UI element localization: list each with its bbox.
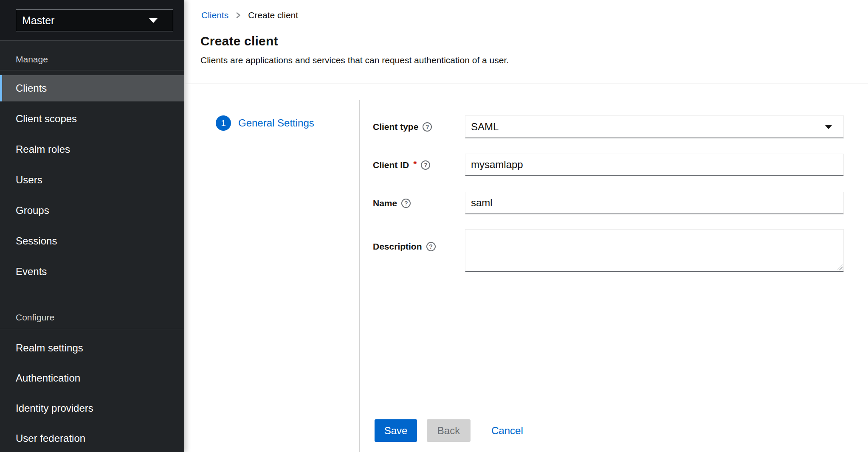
client-id-label-cell: Client ID * ? xyxy=(373,154,465,177)
wizard-step-label: General Settings xyxy=(238,117,314,129)
nav-section-title-configure: Configure xyxy=(16,312,54,323)
description-label-cell: Description ? xyxy=(373,235,465,258)
form-row-client-type: Client type ? SAML xyxy=(373,115,844,138)
save-button[interactable]: Save xyxy=(375,419,417,442)
name-input[interactable] xyxy=(465,192,844,214)
header-divider xyxy=(184,84,868,84)
wizard-panel-divider xyxy=(359,100,360,452)
client-type-selected-value: SAML xyxy=(471,121,499,133)
help-icon[interactable]: ? xyxy=(421,160,430,170)
sidebar-item-users[interactable]: Users xyxy=(0,167,184,193)
breadcrumb: Clients Create client xyxy=(201,10,298,20)
sidebar-item-authentication[interactable]: Authentication xyxy=(0,365,184,391)
page-title: Create client xyxy=(200,34,278,48)
nav-section-title-manage: Manage xyxy=(16,54,48,65)
cancel-button[interactable]: Cancel xyxy=(491,419,523,442)
nav-list-configure: Realm settings Authentication Identity p… xyxy=(0,335,184,452)
client-type-label-cell: Client type ? xyxy=(373,115,465,138)
required-indicator: * xyxy=(413,159,417,169)
wizard-step-general-settings[interactable]: 1 General Settings xyxy=(216,115,314,131)
help-icon[interactable]: ? xyxy=(401,199,411,208)
description-label: Description xyxy=(373,241,422,252)
chevron-down-icon xyxy=(149,18,158,23)
description-textarea[interactable] xyxy=(465,229,844,272)
wizard-step-number-badge: 1 xyxy=(216,115,231,131)
sidebar-item-groups[interactable]: Groups xyxy=(0,197,184,224)
nav-divider xyxy=(0,329,184,329)
client-id-label: Client ID xyxy=(373,160,409,170)
breadcrumb-current: Create client xyxy=(248,10,298,20)
name-label-cell: Name ? xyxy=(373,192,465,215)
sidebar-item-sessions[interactable]: Sessions xyxy=(0,228,184,254)
back-button[interactable]: Back xyxy=(427,419,471,442)
sidebar-item-client-scopes[interactable]: Client scopes xyxy=(0,106,184,132)
sidebar-item-realm-settings[interactable]: Realm settings xyxy=(0,335,184,361)
name-label: Name xyxy=(373,198,397,208)
sidebar-item-events[interactable]: Events xyxy=(0,258,184,285)
nav-list-manage: Clients Client scopes Realm roles Users … xyxy=(0,75,184,289)
help-icon[interactable]: ? xyxy=(426,242,436,251)
client-type-label: Client type xyxy=(373,122,418,132)
chevron-down-icon xyxy=(825,125,832,129)
client-type-select[interactable]: SAML xyxy=(465,115,844,138)
breadcrumb-separator-icon xyxy=(235,11,241,19)
client-id-input[interactable] xyxy=(465,154,844,176)
sidebar-item-realm-roles[interactable]: Realm roles xyxy=(0,136,184,163)
sidebar-item-user-federation[interactable]: User federation xyxy=(0,425,184,452)
sidebar-header: Master xyxy=(0,0,184,41)
realm-selector-dropdown[interactable]: Master xyxy=(16,9,173,31)
form-row-name: Name ? xyxy=(373,192,844,215)
form-row-description: Description ? xyxy=(373,229,844,272)
breadcrumb-link-clients[interactable]: Clients xyxy=(201,10,228,20)
sidebar: Master Manage Clients Client scopes Real… xyxy=(0,0,184,452)
sidebar-item-identity-providers[interactable]: Identity providers xyxy=(0,395,184,421)
description-textarea-wrap xyxy=(465,229,844,272)
sidebar-item-clients[interactable]: Clients xyxy=(0,75,184,101)
form-row-client-id: Client ID * ? xyxy=(373,154,844,177)
page-subtitle: Clients are applications and services th… xyxy=(200,55,509,65)
nav-divider xyxy=(0,70,184,70)
realm-selector-value: Master xyxy=(22,14,54,27)
help-icon[interactable]: ? xyxy=(423,122,432,132)
